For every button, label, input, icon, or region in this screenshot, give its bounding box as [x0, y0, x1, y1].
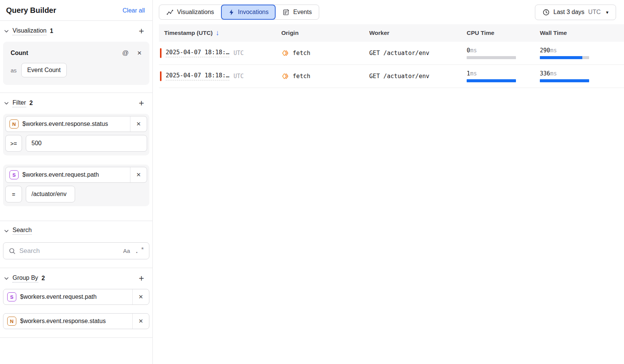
group-by-field-name: $workers.event.request.path: [20, 293, 97, 300]
sort-descending-icon: ↓: [216, 29, 219, 37]
search-box: Aa ▪ *: [3, 242, 149, 259]
wall-time-value: 336: [540, 70, 550, 77]
visualization-alias-button[interactable]: Event Count: [21, 63, 67, 77]
filter-card: S $workers.event.request.path ✕ =: [3, 165, 149, 206]
event-log-icon: [282, 9, 290, 16]
cpu-time-bar: [467, 56, 516, 59]
search-input[interactable]: [19, 247, 119, 255]
time-range-dropdown[interactable]: Last 3 days UTC ▾: [535, 5, 616, 20]
cpu-time-bar: [467, 79, 516, 82]
filter-field-name: $workers.event.request.path: [22, 171, 99, 178]
tab-invocations[interactable]: Invocations: [221, 5, 276, 20]
lightning-bolt-icon: [228, 9, 235, 16]
wall-time-value: 290: [540, 47, 550, 54]
group-by-section-header: Group By 2 +: [0, 268, 152, 287]
remove-group-by-icon[interactable]: ✕: [132, 314, 149, 329]
tab-visualizations[interactable]: Visualizations: [159, 5, 221, 19]
case-sensitive-toggle[interactable]: Aa: [123, 248, 130, 254]
timestamp-value[interactable]: 2025-04-07 18:18:…: [166, 49, 229, 57]
tab-events[interactable]: Events: [275, 5, 319, 19]
timestamp-value[interactable]: 2025-04-07 18:18:…: [166, 72, 229, 80]
regex-toggle[interactable]: ▪ *: [136, 248, 144, 254]
wall-time-cell: 336ms: [540, 70, 589, 82]
line-chart-icon: [166, 9, 174, 16]
timestamp-cell: 2025-04-07 18:18:… UTC: [159, 48, 281, 58]
remove-visualization-icon[interactable]: ✕: [137, 50, 142, 56]
field-type-badge: S: [9, 170, 19, 179]
alias-at-icon[interactable]: @: [122, 49, 129, 57]
chevron-down-icon[interactable]: [4, 228, 9, 234]
results-panel: Visualizations Invocations Events: [153, 0, 624, 364]
cpu-time-cell: 1ms: [467, 70, 516, 82]
timestamp-cell: 2025-04-07 18:18:… UTC: [159, 71, 281, 81]
filter-value-input[interactable]: [26, 135, 147, 152]
filter-section-header: Filter 2 +: [0, 93, 152, 111]
filter-operator-button[interactable]: =: [5, 186, 22, 202]
add-filter-button[interactable]: +: [139, 99, 144, 108]
filter-operator-button[interactable]: >=: [5, 135, 22, 152]
column-header-wall-time: Wall Time: [540, 30, 624, 36]
column-header-worker: Worker: [369, 30, 467, 36]
cpu-time-value: 0: [467, 47, 470, 54]
clock-icon: [542, 9, 550, 16]
field-type-badge: N: [9, 119, 19, 129]
table-header-row: Timestamp (UTC) ↓ Origin Worker CPU Time…: [159, 24, 624, 42]
chevron-down-icon[interactable]: [4, 28, 9, 34]
caret-down-icon: ▾: [606, 9, 608, 15]
filter-count: 2: [30, 100, 33, 107]
section-divider: [0, 337, 152, 338]
chevron-down-icon[interactable]: [4, 100, 9, 106]
filter-value-input[interactable]: [26, 186, 75, 202]
visualization-section-label: Visualization: [13, 27, 47, 35]
results-toolbar: Visualizations Invocations Events: [153, 0, 624, 24]
remove-filter-icon[interactable]: ✕: [130, 116, 147, 132]
group-by-field-row[interactable]: N $workers.event.response.status ✕: [3, 313, 149, 329]
group-by-field-name: $workers.event.response.status: [20, 318, 106, 325]
filter-section-label: Filter: [13, 99, 26, 107]
visualization-card: Count @ ✕ as Event Count: [3, 42, 149, 85]
filter-list: N $workers.event.response.status ✕ >= S …: [0, 114, 152, 221]
workers-observability-app: Query Builder Clear all Visualization 1 …: [0, 0, 624, 364]
group-by-count: 2: [42, 275, 45, 282]
add-visualization-button[interactable]: +: [139, 27, 144, 36]
add-group-by-button[interactable]: +: [139, 274, 144, 283]
chevron-down-icon[interactable]: [4, 276, 9, 281]
visualization-count: 1: [50, 28, 53, 35]
timestamp-timezone: UTC: [234, 50, 244, 56]
visualization-metric: Count: [11, 50, 28, 56]
column-header-timestamp[interactable]: Timestamp (UTC) ↓: [159, 29, 281, 37]
remove-filter-icon[interactable]: ✕: [130, 167, 147, 182]
wall-time-cell: 290ms: [540, 47, 589, 59]
field-type-badge: S: [7, 292, 16, 301]
search-section-label: Search: [13, 227, 32, 235]
visualization-section-header: Visualization 1 +: [0, 21, 152, 39]
wall-time-bar: [540, 79, 589, 82]
worker-cell: GET /actuator/env: [369, 73, 467, 80]
search-section-header: Search: [0, 221, 152, 238]
clear-all-link[interactable]: Clear all: [122, 7, 145, 14]
search-icon: [9, 248, 16, 254]
error-indicator-bar: [160, 71, 161, 81]
group-by-field-row[interactable]: S $workers.event.request.path ✕: [3, 289, 149, 305]
wall-time-bar: [540, 56, 589, 59]
remove-group-by-icon[interactable]: ✕: [132, 289, 149, 304]
cpu-time-cell: 0ms: [467, 47, 516, 59]
filter-field-name: $workers.event.response.status: [22, 121, 108, 127]
worker-cell: GET /actuator/env: [369, 50, 467, 56]
group-by-list: S $workers.event.request.path ✕ N $worke…: [0, 289, 152, 329]
filter-field-row[interactable]: N $workers.event.response.status ✕: [5, 116, 147, 132]
invocation-row[interactable]: 2025-04-07 18:18:… UTC fetch GET /actuat…: [159, 65, 624, 88]
error-indicator-bar: [160, 48, 161, 58]
view-tab-group: Visualizations Invocations Events: [159, 5, 319, 20]
sidebar-header: Query Builder Clear all: [0, 0, 152, 21]
filter-field-row[interactable]: S $workers.event.request.path ✕: [5, 167, 147, 183]
query-builder-sidebar: Query Builder Clear all Visualization 1 …: [0, 0, 153, 364]
time-range-timezone: UTC: [588, 9, 601, 16]
field-type-badge: N: [7, 317, 16, 326]
workers-icon: [281, 72, 289, 80]
origin-value: fetch: [293, 73, 310, 80]
invocation-row[interactable]: 2025-04-07 18:18:… UTC fetch GET /actuat…: [159, 42, 624, 65]
group-by-section-label: Group By: [13, 275, 38, 282]
timestamp-timezone: UTC: [234, 73, 244, 80]
column-header-origin: Origin: [281, 30, 369, 36]
